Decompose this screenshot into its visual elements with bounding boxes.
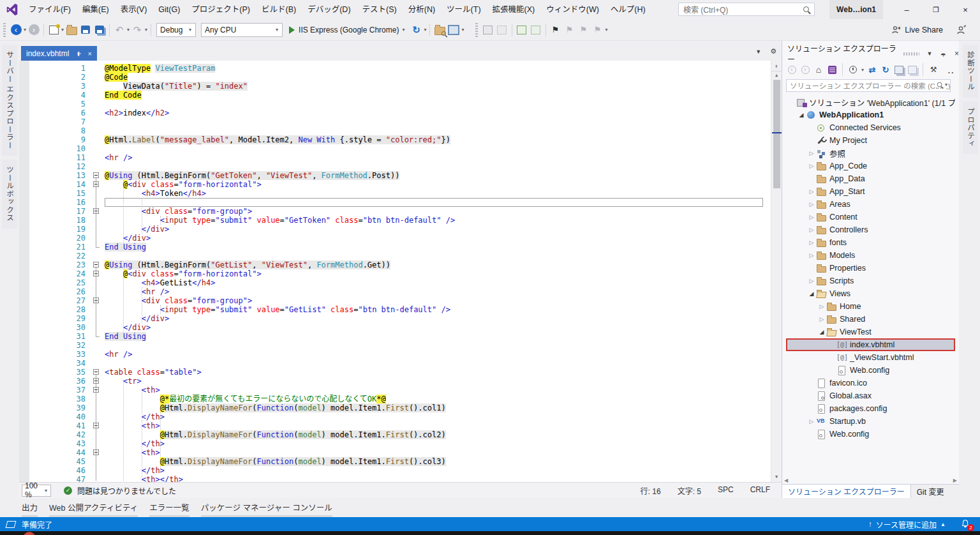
- collapse-region-icon[interactable]: [93, 262, 99, 268]
- expander-icon[interactable]: ▷: [807, 227, 816, 233]
- new-dropdown-icon[interactable]: ▾: [61, 27, 64, 33]
- scroll-left-icon[interactable]: ◀: [784, 478, 788, 483]
- expander-icon[interactable]: ▷: [807, 188, 816, 195]
- expander-icon[interactable]: ◢: [797, 112, 806, 118]
- undo-button[interactable]: ↶: [113, 22, 126, 38]
- tree-item[interactable]: ▷fonts: [786, 236, 955, 249]
- server-explorer-tab[interactable]: サーバー エクスプローラー: [2, 45, 17, 156]
- back-dropdown-icon[interactable]: ▾: [24, 27, 26, 33]
- navigate-forward-button[interactable]: ›: [27, 22, 40, 38]
- increase-indent-button[interactable]: [530, 22, 542, 38]
- expander-icon[interactable]: ▷: [807, 163, 816, 169]
- search-options-icon[interactable]: ▾: [945, 82, 947, 87]
- filter-dropdown-icon[interactable]: ▾: [861, 67, 864, 73]
- editor-options-icon[interactable]: ⚙: [770, 47, 776, 56]
- tree-item[interactable]: Web.config: [786, 428, 955, 441]
- tree-item[interactable]: ▷App_Start: [786, 185, 955, 198]
- menu-item-3[interactable]: Git(G): [152, 0, 186, 19]
- code-line[interactable]: <h4>Token</h4>: [105, 189, 206, 198]
- code-line[interactable]: </th>: [105, 439, 165, 448]
- tree-item[interactable]: ▷Areas: [786, 198, 955, 211]
- scrollbar-thumb[interactable]: [773, 80, 780, 188]
- line-indicator[interactable]: 行: 16: [641, 485, 661, 496]
- tree-item[interactable]: App_Data: [786, 172, 955, 185]
- drag-grip[interactable]: [903, 52, 919, 56]
- menu-item-12[interactable]: ヘルプ(H): [605, 0, 651, 19]
- redo-dropdown-icon[interactable]: ▾: [145, 27, 147, 33]
- display-parameter-info-button[interactable]: [496, 22, 509, 38]
- close-panel-icon[interactable]: ×: [954, 49, 959, 58]
- code-line[interactable]: @ModelType ViewTestParam: [105, 64, 215, 73]
- code-line[interactable]: End Code: [105, 91, 142, 100]
- clear-bookmarks-button[interactable]: ⚑: [591, 22, 604, 38]
- find-in-files-button[interactable]: [433, 22, 446, 38]
- add-to-source-control-button[interactable]: ソース管理に追加: [876, 519, 937, 530]
- toolbar-overflow-icon[interactable]: ‥: [945, 64, 956, 75]
- menu-item-7[interactable]: テスト(S): [357, 0, 403, 19]
- scroll-down-icon[interactable]: ▼: [771, 474, 782, 479]
- menu-item-4[interactable]: プロジェクト(P): [186, 0, 256, 19]
- solution-explorer-header[interactable]: ソリューション エクスプローラー ▼ ×: [782, 46, 959, 61]
- display-quick-info-button[interactable]: [482, 22, 494, 38]
- tree-item[interactable]: Connected Services: [786, 121, 955, 134]
- column-indicator[interactable]: 文字: 5: [678, 485, 701, 496]
- bottom-tab-1[interactable]: Web 公開アクティビティ: [49, 498, 138, 517]
- pending-changes-filter-button[interactable]: [847, 64, 859, 75]
- code-line[interactable]: @<div class="form-horizontal">: [105, 269, 262, 278]
- git-changes-tab[interactable]: Git 変更: [911, 485, 950, 498]
- health-check-icon[interactable]: ✓: [64, 486, 72, 495]
- forward-button[interactable]: ›: [799, 64, 811, 75]
- save-all-button[interactable]: [93, 22, 106, 38]
- expander-icon[interactable]: ◢: [817, 329, 826, 335]
- code-line[interactable]: <input type="submit" value="GetToken" cl…: [105, 216, 455, 225]
- menu-item-11[interactable]: ウィンドウ(W): [540, 0, 605, 19]
- expander-icon[interactable]: ◢: [807, 290, 816, 297]
- insert-mode-indicator[interactable]: SPC: [718, 485, 734, 496]
- new-project-button[interactable]: [47, 22, 60, 38]
- save-button[interactable]: [79, 22, 92, 38]
- code-line[interactable]: </th>: [105, 466, 165, 475]
- code-line[interactable]: <table class="table">: [105, 368, 202, 377]
- code-line[interactable]: <h4>GetList</h4>: [105, 278, 215, 287]
- navigate-back-button[interactable]: ‹: [10, 22, 22, 38]
- expander-icon[interactable]: ▷: [817, 303, 826, 310]
- pin-icon[interactable]: [940, 50, 947, 57]
- diagnostic-tools-tab[interactable]: 診断ツール: [963, 45, 978, 98]
- code-line[interactable]: <h2>index</h2>: [105, 109, 169, 117]
- scroll-right-icon[interactable]: ▶: [953, 478, 957, 483]
- tree-item[interactable]: favicon.ico: [786, 377, 955, 389]
- tree-item[interactable]: packages.config: [786, 402, 955, 415]
- toolbar-overflow-icon[interactable]: ▾: [605, 27, 608, 33]
- code-line[interactable]: @Html.DisplayNameFor(Function(model) mod…: [105, 430, 446, 439]
- tree-item[interactable]: ◢ViewTest: [786, 326, 955, 338]
- quick-search-box[interactable]: 検索 (Ctrl+Q): [678, 3, 815, 16]
- tree-item[interactable]: ソリューション 'WebApplication1' (1/1 プロジェクト): [786, 96, 955, 109]
- open-file-button[interactable]: [65, 22, 78, 38]
- code-line[interactable]: <hr />: [105, 350, 132, 359]
- tree-item[interactable]: Web.config: [786, 364, 955, 377]
- code-line[interactable]: @Using (Html.BeginForm("GetToken", "View…: [105, 171, 399, 180]
- solution-platforms-dropdown[interactable]: Any CPU▾: [201, 23, 283, 37]
- live-share-button[interactable]: Live Share: [891, 19, 943, 41]
- code-line[interactable]: </div>: [105, 323, 151, 332]
- code-line[interactable]: <div class="form-group">: [105, 296, 252, 305]
- run-dropdown-icon[interactable]: ▾: [402, 27, 405, 33]
- tree-item[interactable]: _ViewStart.vbhtml: [786, 351, 955, 364]
- background-tasks-icon[interactable]: [6, 521, 17, 528]
- toolbar-grip[interactable]: [475, 23, 478, 37]
- expander-icon[interactable]: ▷: [817, 316, 826, 322]
- code-line[interactable]: @Using (Html.BeginForm("GetList", "ViewT…: [105, 260, 390, 269]
- code-line[interactable]: <hr />: [105, 153, 132, 162]
- redo-button[interactable]: ↷: [131, 22, 144, 38]
- hot-reload-dropdown-icon[interactable]: ▾: [424, 27, 426, 33]
- expander-icon[interactable]: ▷: [807, 418, 816, 425]
- code-line[interactable]: @*最初の要素が無くてもエラーにならないので心配しなくてOK*@: [105, 395, 386, 403]
- properties-button[interactable]: ⚒: [928, 64, 939, 75]
- toolbox-tab[interactable]: ツールボックス: [2, 160, 17, 229]
- expander-icon[interactable]: ▷: [807, 150, 816, 156]
- solution-search-box[interactable]: ソリューション エクスプローラー の検索 (Ctrl+;) ▾: [786, 79, 951, 92]
- scroll-up-icon[interactable]: ▲: [771, 73, 782, 78]
- preview-selected-items-button[interactable]: [907, 64, 918, 75]
- tree-item[interactable]: ◢Views: [786, 287, 955, 300]
- bottom-tab-2[interactable]: エラー一覧: [149, 498, 189, 517]
